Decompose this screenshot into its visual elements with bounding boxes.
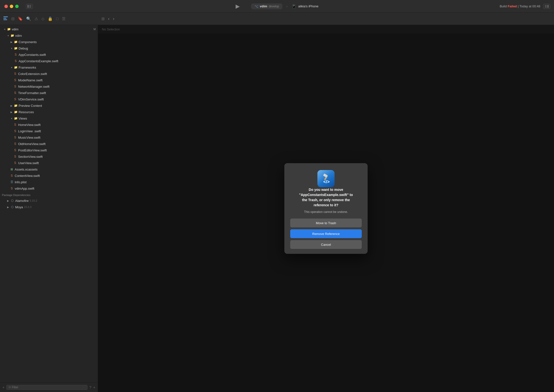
- report-icon[interactable]: ☰: [62, 16, 65, 21]
- svg-rect-9: [3, 18, 6, 19]
- alamofire-version: 5.10.2: [30, 199, 37, 202]
- infoplist-icon: ☰: [10, 180, 14, 184]
- alamofire-arrow: ▶: [6, 199, 10, 202]
- svg-rect-2: [29, 6, 31, 7]
- userview-icon: S: [13, 161, 17, 165]
- previewcontent-icon: 📁: [14, 104, 18, 108]
- sidebar-item-alamofire[interactable]: ▶ ⬡ Alamofire 5.10.2: [0, 197, 98, 204]
- filter-input[interactable]: [12, 386, 85, 389]
- sidebar-item-moya[interactable]: ▶ ⬡ Moya 15.0.3: [0, 204, 98, 210]
- sidebar-item-vdim-group[interactable]: ▾ 📁 vdim: [0, 32, 98, 39]
- contentview-label: ContentView.swift: [15, 174, 40, 178]
- close-button[interactable]: [4, 5, 8, 8]
- svg-rect-10: [3, 19, 7, 20]
- symbol-navigator-icon[interactable]: ⊟: [11, 16, 14, 21]
- sidebar-item-userview[interactable]: S UserView.swift: [0, 160, 98, 166]
- debug-icon[interactable]: 🔒: [48, 16, 53, 21]
- sidebar-item-appconstantsexample[interactable]: S AppConstantsExample.swift: [0, 58, 98, 64]
- add-group-icon[interactable]: +: [93, 385, 95, 389]
- vdimapp-icon: S: [10, 186, 14, 190]
- sidebar-item-oldhomeview[interactable]: S OldHomeView.swift: [0, 141, 98, 147]
- scheme-selector[interactable]: ⌥ vdim develop: [251, 3, 282, 9]
- sidebar-item-loginview[interactable]: S LoginView .swift: [0, 128, 98, 134]
- search-icon[interactable]: 🔍: [26, 16, 31, 21]
- sectionview-icon: S: [13, 155, 17, 159]
- frameworks-arrow: ▾: [10, 66, 13, 69]
- sidebar-item-previewcontent[interactable]: ▶ 📁 Preview Content: [0, 102, 98, 109]
- sidebar-item-vdimservice[interactable]: S VDimService.swift: [0, 96, 98, 102]
- modelname-icon: S: [13, 78, 17, 82]
- sidebar-item-homeview[interactable]: S HomeView.swift: [0, 122, 98, 128]
- moya-arrow: ▶: [6, 205, 10, 209]
- sidebar-item-root[interactable]: ▾ 📁 vdim M: [0, 26, 98, 32]
- sidebar-item-contentview[interactable]: S ContentView.swift: [0, 172, 98, 179]
- scheme-branch: develop: [269, 5, 279, 8]
- main-content: ▾ 📁 vdim M ▾ 📁 vdim ▶ 📁 Components: [0, 25, 554, 392]
- networkmanager-icon: S: [13, 85, 17, 88]
- svg-rect-6: [545, 6, 547, 7]
- sidebar-item-assets[interactable]: ⊞ Assets.xcassets: [0, 166, 98, 172]
- sidebar-item-appconstants[interactable]: S AppConstants.swift: [0, 51, 98, 58]
- views-icon: 📁: [14, 116, 18, 120]
- vdim-group-label: vdim: [15, 34, 22, 37]
- add-file-icon[interactable]: +: [2, 385, 4, 389]
- sidebar-item-timeformatter[interactable]: S TimeFormatter.swift: [0, 90, 98, 96]
- sidebar-item-components[interactable]: ▶ 📁 Components: [0, 39, 98, 45]
- cancel-button[interactable]: Cancel: [290, 240, 362, 249]
- breakpoint-icon[interactable]: □: [56, 17, 59, 21]
- sidebar-item-resources[interactable]: ▶ 📁 Resources: [0, 109, 98, 115]
- svg-rect-12: [323, 173, 328, 178]
- sidebar-item-colorextension[interactable]: S ColorExtension.swift: [0, 71, 98, 77]
- device-selector[interactable]: 📱 alikia's iPhone: [291, 4, 319, 9]
- posteditorview-label: PostEditorView.swift: [18, 148, 47, 152]
- appconstants-label: AppConstants.swift: [19, 53, 46, 57]
- toolbar-right: ⊞ ‹ ›: [98, 16, 554, 21]
- sidebar-footer: + ⊟ ? +: [0, 382, 98, 392]
- grid-icon[interactable]: ⊞: [101, 16, 105, 21]
- root-label: vdim: [12, 27, 18, 31]
- sidebar-item-posteditorview[interactable]: S PostEditorView.swift: [0, 147, 98, 153]
- sidebar-item-sectionview[interactable]: S SectionView.swift: [0, 153, 98, 160]
- sidebar-item-frameworks[interactable]: ▾ 📁 Frameworks: [0, 64, 98, 71]
- loginview-icon: S: [13, 129, 17, 133]
- minimize-button[interactable]: [10, 5, 13, 8]
- sidebar-toggle-button[interactable]: [26, 4, 33, 9]
- sidebar-item-modelname[interactable]: S ModelName.swift: [0, 77, 98, 83]
- sidebar-item-vdimapp[interactable]: S vdimApp.swift: [0, 185, 98, 192]
- inspector-toggle[interactable]: [543, 4, 550, 9]
- sidebar-item-debug[interactable]: ▾ 📁 Debug: [0, 45, 98, 51]
- timeformatter-icon: S: [13, 91, 17, 95]
- svg-rect-8: [3, 16, 8, 17]
- userview-label: UserView.swift: [18, 161, 39, 165]
- warning-icon[interactable]: ⚠: [35, 16, 38, 21]
- run-button[interactable]: ▶: [236, 3, 240, 10]
- traffic-lights: [4, 5, 19, 8]
- appconstantsexample-icon: S: [14, 59, 18, 63]
- sidebar-item-views[interactable]: ▾ 📁 Views: [0, 115, 98, 122]
- sidebar: ▾ 📁 vdim M ▾ 📁 vdim ▶ 📁 Components: [0, 25, 98, 392]
- navigator-icon[interactable]: [3, 16, 8, 21]
- sidebar-item-networkmanager[interactable]: S NetworkManager.swift: [0, 83, 98, 90]
- back-button[interactable]: ‹: [108, 16, 109, 21]
- vdimapp-label: vdimApp.swift: [15, 187, 34, 190]
- dialog-title: Do you want to move "AppConstantsExample…: [299, 187, 353, 208]
- editor-area: No Selection No Editor </>: [98, 25, 554, 392]
- components-arrow: ▶: [10, 40, 13, 44]
- forward-button[interactable]: ›: [113, 16, 114, 21]
- sidebar-item-musicview[interactable]: S MusicView.swift: [0, 134, 98, 141]
- scheme-icon: ⌥: [254, 4, 258, 8]
- bookmark-icon[interactable]: 🔖: [18, 16, 23, 21]
- homeview-label: HomeView.swift: [18, 123, 41, 127]
- assets-icon: ⊞: [10, 167, 14, 171]
- test-icon[interactable]: ◇: [41, 16, 44, 21]
- remove-reference-button[interactable]: Remove Reference: [290, 229, 362, 238]
- modelname-label: ModelName.swift: [18, 78, 43, 82]
- maximize-button[interactable]: [15, 5, 19, 8]
- device-icon: 📱: [291, 4, 296, 9]
- sidebar-item-infoplist[interactable]: ☰ Info.plist: [0, 179, 98, 185]
- move-to-trash-button[interactable]: Move to Trash: [290, 219, 362, 227]
- appconstants-icon: S: [14, 53, 18, 57]
- svg-rect-5: [545, 5, 547, 6]
- svg-rect-1: [29, 5, 31, 6]
- help-icon[interactable]: ?: [89, 385, 91, 389]
